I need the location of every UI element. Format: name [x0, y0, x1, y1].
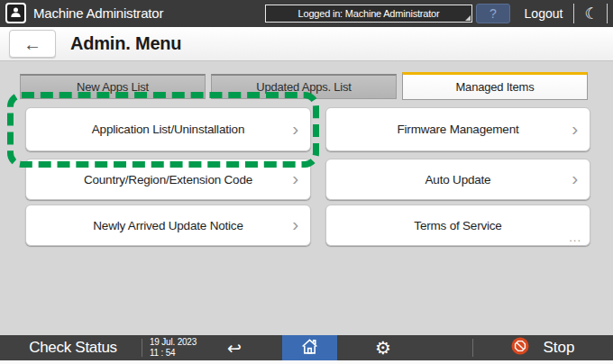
topbar-divider	[573, 4, 574, 23]
menu-button-newly-arrived-update-notice[interactable]: Newly Arrived Update Notice ›	[25, 205, 311, 246]
menu-button-label: Firmware Management	[398, 123, 519, 136]
machine-admin-screen: Machine Administrator Logged in: Machine…	[0, 0, 613, 364]
menu-button-label: Country/Region/Extension Code	[84, 173, 252, 187]
settings-button[interactable]: ⚙	[355, 335, 411, 360]
tab-label: New Apps List	[77, 80, 149, 94]
user-label: Machine Administrator	[33, 0, 163, 27]
tab-new-apps-list[interactable]: New Apps List	[20, 74, 206, 99]
logout-button[interactable]: Logout	[517, 0, 570, 27]
ellipsis-icon: ...	[569, 231, 581, 244]
badge-corner-triangle	[465, 15, 471, 21]
bottom-strip	[0, 360, 613, 364]
night-mode-button[interactable]: ☾	[578, 0, 605, 27]
chevron-right-icon: ›	[292, 214, 298, 235]
chevron-right-icon: ›	[292, 118, 298, 140]
home-button[interactable]	[282, 335, 337, 360]
stop-label: Stop	[544, 339, 575, 357]
logged-in-badge-text: Logged in: Machine Administrator	[298, 8, 440, 19]
time-text: 11 : 54	[150, 348, 197, 359]
chevron-right-icon: ›	[572, 168, 578, 189]
menu-button-label: Newly Arrived Update Notice	[93, 219, 242, 232]
chevron-right-icon: ›	[572, 118, 578, 140]
tab-managed-items[interactable]: Managed Items	[402, 72, 588, 100]
back-button[interactable]: ←	[9, 30, 56, 58]
tab-updated-apps-list[interactable]: Updated Apps. List	[211, 74, 397, 99]
topbar-divider	[607, 4, 608, 23]
date-text: 19 Jul. 2023	[150, 337, 197, 348]
gear-icon: ⚙	[375, 338, 391, 358]
stop-icon	[511, 337, 529, 359]
check-status-button[interactable]: Check Status	[9, 335, 137, 360]
undo-button[interactable]: ↩	[206, 335, 263, 360]
bottom-bar: Check Status 19 Jul. 2023 11 : 54 ↩ ⚙	[0, 335, 613, 360]
user-icon	[10, 6, 22, 21]
user-account-button[interactable]	[5, 3, 26, 23]
chevron-right-icon: ›	[292, 168, 298, 189]
help-button[interactable]: ?	[476, 4, 510, 23]
menu-button-application-list-uninstallation[interactable]: Application List/Uninstallation ›	[25, 107, 311, 151]
tab-label: Updated Apps. List	[256, 80, 352, 94]
menu-button-country-region-extension-code[interactable]: Country/Region/Extension Code ›	[25, 159, 311, 200]
menu-button-label: Auto Update	[425, 173, 491, 187]
page-header: ← Admin. Menu	[0, 27, 613, 61]
menu-button-firmware-management[interactable]: Firmware Management ›	[325, 107, 590, 151]
menu-button-label: Terms of Service	[414, 219, 501, 232]
bottombar-divider	[142, 339, 142, 357]
tab-label: Managed Items	[455, 80, 534, 94]
top-bar: Machine Administrator Logged in: Machine…	[0, 0, 613, 27]
datetime-display: 19 Jul. 2023 11 : 54	[150, 337, 197, 359]
bottombar-divider	[472, 339, 473, 357]
menu-button-terms-of-service[interactable]: Terms of Service ...	[325, 205, 590, 246]
menu-button-label: Application List/Uninstallation	[92, 123, 244, 136]
menu-button-auto-update[interactable]: Auto Update ›	[325, 159, 590, 200]
back-arrow-icon: ←	[23, 34, 41, 54]
page-title: Admin. Menu	[70, 27, 181, 60]
undo-icon: ↩	[227, 339, 242, 358]
logged-in-badge: Logged in: Machine Administrator	[265, 5, 472, 23]
moon-icon: ☾	[584, 5, 598, 23]
home-icon	[300, 337, 319, 359]
stop-button[interactable]: Stop	[478, 335, 608, 360]
